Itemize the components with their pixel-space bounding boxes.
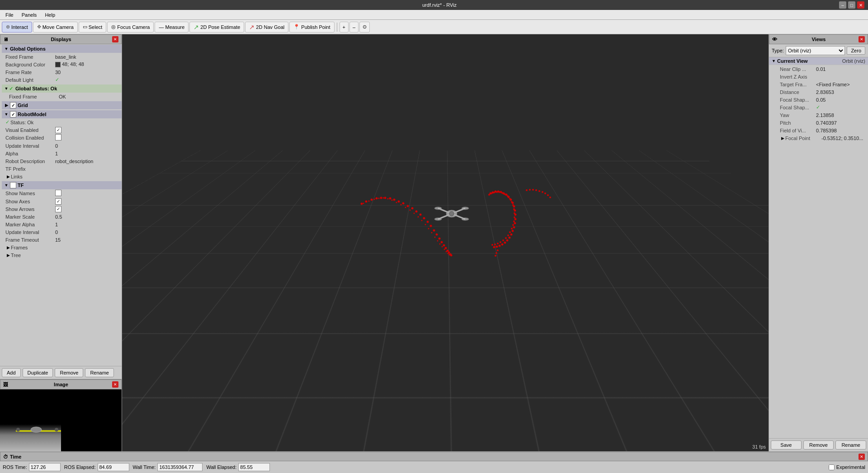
tf-prefix-prop[interactable]: TF Prefix [2, 165, 122, 173]
current-view-expand[interactable]: ▼ [772, 59, 777, 63]
robot-model-enable-checkbox[interactable]: ✓ [10, 111, 16, 117]
links-expand[interactable]: ▶ [5, 174, 11, 179]
menu-help[interactable]: Help [41, 11, 59, 19]
collision-enabled-prop[interactable]: Collision Enabled [2, 134, 122, 142]
yaw-prop[interactable]: Yaw 2.13858 [769, 111, 868, 119]
move-camera-button[interactable]: ✥ Move Camera [33, 22, 78, 33]
show-names-prop[interactable]: Show Names [2, 189, 122, 197]
zero-button[interactable]: Zero [847, 47, 865, 55]
update-interval-prop[interactable]: Update Interval 0 [2, 142, 122, 150]
remove-button[interactable]: Remove [55, 368, 83, 377]
frame-rate-prop[interactable]: Frame Rate 30 [2, 68, 122, 76]
tf-update-interval-prop[interactable]: Update Interval 0 [2, 228, 122, 236]
global-status-fixed-frame-prop[interactable]: Fixed Frame OK [2, 93, 122, 100]
add-button[interactable]: Add [2, 368, 21, 377]
ros-elapsed-input[interactable] [98, 463, 129, 471]
menu-file[interactable]: File [2, 11, 17, 19]
viewport[interactable]: 31 fps ◀ ▶ [122, 34, 769, 451]
views-rename-button[interactable]: Rename [835, 440, 866, 450]
default-light-prop[interactable]: Default Light ✓ [2, 76, 122, 84]
menu-panels[interactable]: Panels [18, 11, 41, 19]
marker-scale-prop[interactable]: Marker Scale 0.5 [2, 213, 122, 220]
views-title: Views [812, 37, 826, 42]
tree-expand[interactable]: ▶ [5, 253, 11, 258]
displays-content[interactable]: ▼ Global Options Fixed Frame base_link B… [0, 44, 122, 366]
background-color-prop[interactable]: Background Color 48; 48; 48 [2, 61, 122, 68]
interact-button[interactable]: ⊕ Interact [2, 22, 32, 33]
select-button[interactable]: ▭ Select [79, 22, 107, 33]
fixed-frame-prop[interactable]: Fixed Frame base_link [2, 53, 122, 61]
image-panel-close-button[interactable]: ✕ [112, 381, 118, 388]
global-status-expand[interactable]: ▼ [4, 86, 9, 91]
measure-button[interactable]: — Measure [155, 22, 189, 33]
robot-model-item[interactable]: ▼ ✓ RobotModel ✓ Status: Ok Visual Enabl… [0, 110, 122, 181]
pitch-prop[interactable]: Pitch 0.740397 [769, 119, 868, 126]
views-save-button[interactable]: Save [771, 440, 802, 450]
distance-prop[interactable]: Distance 2.83653 [769, 88, 868, 96]
robot-model-expand[interactable]: ▼ [4, 112, 9, 117]
tf-expand[interactable]: ▼ [4, 183, 9, 187]
nav-goal-button[interactable]: ↗ 2D Nav Goal [245, 22, 288, 33]
target-frame-prop[interactable]: Target Fra... <Fixed Frame> [769, 80, 868, 88]
ros-time-label: ROS Time: [3, 464, 27, 470]
zoom-out-button[interactable]: – [349, 22, 359, 33]
displays-close-button[interactable]: ✕ [112, 36, 118, 42]
focal-point-expand[interactable]: ▶ [780, 136, 785, 140]
publish-point-button[interactable]: 📍 Publish Point [289, 22, 334, 33]
tf-item[interactable]: ▼ TF Show Names Show Axes ✓ [0, 181, 122, 259]
tf-enable-checkbox[interactable] [10, 182, 16, 188]
fov-prop[interactable]: Field of Vi... 0.785398 [769, 126, 868, 134]
show-arrows-prop[interactable]: Show Arrows ✓ [2, 205, 122, 213]
update-interval-value: 0 [55, 143, 121, 149]
time-panel-close-button[interactable]: ✕ [859, 454, 865, 460]
focus-camera-button[interactable]: ◎ Focus Camera [107, 22, 154, 33]
experimental-checkbox[interactable] [829, 464, 835, 470]
marker-alpha-label: Marker Alpha [5, 222, 55, 227]
robot-status-prop[interactable]: ✓ Status: Ok [2, 118, 122, 126]
ros-time-input[interactable] [29, 463, 61, 471]
links-prop[interactable]: ▶ Links [2, 173, 122, 180]
zoom-reset-button[interactable]: ⊙ [359, 22, 370, 33]
frame-timeout-prop[interactable]: Frame Timeout 15 [2, 236, 122, 244]
image-panel: 🖼 Image ✕ [0, 379, 122, 451]
rename-button[interactable]: Rename [85, 368, 114, 377]
frames-expand[interactable]: ▶ [5, 245, 11, 250]
views-content[interactable]: ▼ Current View Orbit (rviz) Near Clip ..… [769, 57, 868, 438]
show-axes-prop[interactable]: Show Axes ✓ [2, 197, 122, 205]
minimize-button[interactable]: – [839, 1, 846, 9]
close-button[interactable]: ✕ [857, 1, 864, 9]
alpha-value: 1 [55, 151, 121, 156]
focal-shape1-prop[interactable]: Focal Shap... 0.05 [769, 96, 868, 103]
focal-point-prop[interactable]: ▶ Focal Point -0.53512; 0.3510... [769, 134, 868, 142]
global-options-label: Global Options [9, 46, 120, 52]
marker-alpha-prop[interactable]: Marker Alpha 1 [2, 220, 122, 228]
image-canvas[interactable] [0, 389, 122, 451]
global-options-expand[interactable]: ▼ [4, 47, 9, 51]
zoom-in-button[interactable]: + [340, 22, 349, 33]
time-panel-title: Time [10, 454, 21, 459]
visual-enabled-prop[interactable]: Visual Enabled ✓ [2, 126, 122, 134]
invert-z-prop[interactable]: Invert Z Axis [769, 73, 868, 80]
wall-elapsed-input[interactable] [238, 463, 270, 471]
focal-shape2-prop[interactable]: Focal Shap... ✓ [769, 103, 868, 111]
view-type-select[interactable]: Orbit (rviz) [786, 46, 845, 55]
grid-enable-checkbox[interactable]: ✓ [10, 102, 16, 108]
background-color-value: 48; 48; 48 [55, 61, 121, 67]
global-options-item[interactable]: ▼ Global Options Fixed Frame base_link B… [0, 44, 122, 84]
wall-time-input[interactable] [157, 463, 203, 471]
tree-prop[interactable]: ▶ Tree [2, 251, 122, 259]
alpha-prop[interactable]: Alpha 1 [2, 150, 122, 157]
global-status-item[interactable]: ▼ ✓ Global Status: Ok Fixed Frame OK [0, 84, 122, 101]
grid-item[interactable]: ▶ ✓ Grid [0, 101, 122, 110]
current-view-item[interactable]: ▼ Current View Orbit (rviz) [769, 57, 868, 65]
robot-description-prop[interactable]: Robot Description robot_description [2, 157, 122, 165]
frames-prop[interactable]: ▶ Frames [2, 244, 122, 251]
views-close-button[interactable]: ✕ [859, 36, 865, 42]
maximize-button[interactable]: □ [848, 1, 855, 9]
views-remove-button[interactable]: Remove [803, 440, 834, 450]
duplicate-button[interactable]: Duplicate [23, 368, 53, 377]
grid-expand[interactable]: ▶ [4, 103, 9, 108]
near-clip-prop[interactable]: Near Clip ... 0.01 [769, 65, 868, 73]
pose-estimate-button[interactable]: ↗ 2D Pose Estimate [189, 22, 244, 33]
yaw-label: Yaw [780, 112, 816, 118]
